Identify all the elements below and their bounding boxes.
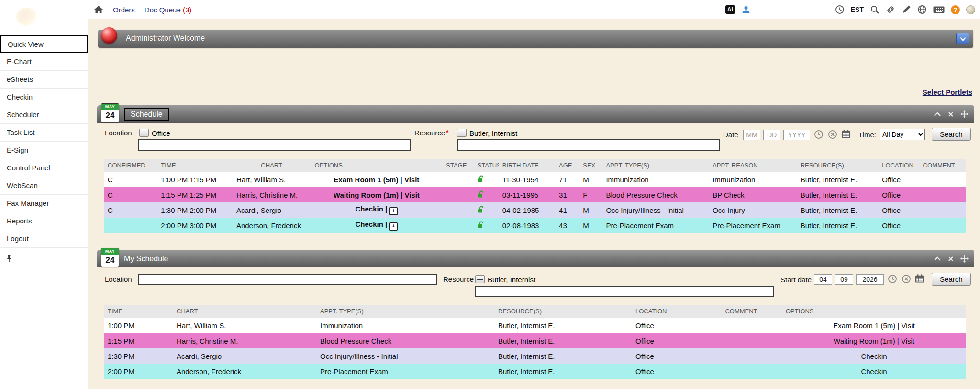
keyboard-icon[interactable]	[933, 5, 945, 14]
clear-date-icon[interactable]	[902, 274, 911, 284]
sidebar-item[interactable]: Logout	[0, 230, 88, 248]
sidebar-item[interactable]: WebScan	[0, 177, 88, 195]
calendar-picker-icon[interactable]	[841, 129, 851, 139]
options-link[interactable]: Exam Room 1 (5m) | Visit	[334, 176, 419, 184]
options-cell[interactable]: Checkin |+	[311, 202, 442, 218]
start-day-input[interactable]	[835, 274, 853, 285]
my-schedule-search-button[interactable]: Search	[932, 273, 971, 286]
sidebar-item[interactable]: Control Panel	[0, 159, 88, 177]
column-header[interactable]: STAGE	[442, 159, 473, 172]
time-select[interactable]: All Day	[880, 129, 925, 140]
column-header[interactable]: AGE	[555, 159, 579, 172]
column-header[interactable]: SEX	[579, 159, 602, 172]
appointment-row[interactable]: 1:30 PM Acardi, Sergio Occ Injury/Illnes…	[104, 348, 966, 364]
sidebar-item[interactable]: E-Sign	[0, 142, 88, 159]
sidebar-item[interactable]: Fax Manager	[0, 195, 88, 212]
appointment-row[interactable]: 1:15 PM Harris, Christine M. Blood Press…	[104, 333, 966, 348]
options-cell[interactable]: Exam Room 1 (5m) | Visit	[782, 318, 966, 333]
select-portlets-link[interactable]: Select Portlets	[923, 88, 972, 96]
column-header[interactable]: STATUS	[474, 159, 499, 172]
column-header[interactable]: COMMENT	[919, 159, 966, 172]
resource-minus-button[interactable]: —	[475, 275, 485, 283]
orders-link[interactable]: Orders	[113, 6, 135, 14]
collapse-portlet-icon[interactable]	[934, 256, 941, 261]
clear-date-icon[interactable]	[828, 130, 837, 139]
ai-badge-icon[interactable]: AI	[725, 5, 735, 14]
pencil-icon[interactable]	[902, 5, 911, 14]
close-portlet-icon[interactable]	[948, 256, 954, 262]
column-header[interactable]: RESOURCE(S)	[797, 159, 879, 172]
column-header[interactable]: TIME	[104, 305, 173, 318]
column-header[interactable]: RESOURCE(S)	[494, 305, 632, 318]
sidebar-item[interactable]: Reports	[0, 212, 88, 230]
start-month-input[interactable]	[814, 274, 832, 285]
calendar-picker-icon[interactable]	[915, 274, 924, 283]
date-day-input[interactable]	[763, 130, 780, 140]
home-icon[interactable]	[94, 5, 103, 14]
column-header[interactable]: LOCATION	[632, 305, 701, 318]
column-header[interactable]: CHART	[233, 159, 311, 172]
chart-cell[interactable]: Harris, Christine M.	[233, 187, 311, 202]
open-window-icon[interactable]: +	[389, 207, 398, 215]
collapse-portlet-icon[interactable]	[934, 112, 941, 117]
chart-cell[interactable]: Acardi, Sergio	[233, 202, 311, 218]
column-header[interactable]: OPTIONS	[311, 159, 442, 172]
sidebar-item[interactable]: Scheduler	[0, 106, 88, 124]
options-link[interactable]: Checkin |	[356, 220, 388, 228]
chart-cell[interactable]: Anderson, Frederick	[173, 364, 316, 379]
pin-icon[interactable]	[6, 255, 12, 265]
link-icon[interactable]	[886, 5, 895, 14]
schedule-search-button[interactable]: Search	[932, 128, 971, 141]
resource-input[interactable]	[457, 139, 720, 151]
options-link[interactable]: Checkin |	[356, 205, 388, 213]
chart-cell[interactable]: Hart, William S.	[233, 172, 311, 187]
options-cell[interactable]: Waiting Room (1m) | Visit+	[311, 187, 442, 202]
open-window-icon[interactable]: +	[389, 222, 398, 231]
doc-queue-link[interactable]: Doc Queue (3)	[145, 6, 191, 14]
chart-cell[interactable]: Acardi, Sergio	[173, 348, 316, 364]
start-year-input[interactable]	[856, 274, 884, 285]
presence-icon[interactable]	[966, 5, 975, 14]
location-input[interactable]	[138, 139, 411, 151]
column-header[interactable]: COMMENT	[701, 305, 782, 318]
location-input[interactable]	[138, 274, 437, 285]
appointment-row[interactable]: C 1:30 PM 2:00 PM Acardi, Sergio Checkin…	[104, 202, 966, 218]
close-portlet-icon[interactable]	[948, 111, 954, 117]
sidebar-item[interactable]: Task List	[0, 124, 88, 142]
column-header[interactable]: BIRTH DATE	[499, 159, 555, 172]
chart-cell[interactable]: Anderson, Frederick	[233, 218, 311, 233]
move-portlet-icon[interactable]	[960, 110, 969, 118]
resource-input[interactable]	[475, 286, 774, 297]
column-header[interactable]: APPT. TYPE(S)	[602, 159, 709, 172]
options-cell[interactable]: Checkin	[782, 364, 966, 379]
options-cell[interactable]: Waiting Room (1m) | Visit	[782, 333, 966, 348]
clock-icon[interactable]	[835, 5, 845, 14]
move-portlet-icon[interactable]	[960, 255, 969, 263]
search-icon[interactable]	[870, 5, 880, 14]
column-header[interactable]: LOCATION	[878, 159, 919, 172]
location-minus-button[interactable]: —	[139, 129, 149, 137]
column-header[interactable]: APPT. REASON	[709, 159, 797, 172]
resource-minus-button[interactable]: —	[457, 129, 467, 137]
column-header[interactable]: APPT. TYPE(S)	[316, 305, 494, 318]
user-icon[interactable]	[741, 5, 751, 14]
appointment-row[interactable]: 2:00 PM 3:00 PM Anderson, Frederick Chec…	[104, 218, 966, 233]
options-cell[interactable]: Checkin	[782, 348, 966, 364]
sidebar-item[interactable]: E-Chart	[0, 53, 88, 71]
date-year-input[interactable]	[783, 130, 810, 140]
column-header[interactable]: CHART	[173, 305, 316, 318]
options-cell[interactable]: Exam Room 1 (5m) | Visit+	[311, 172, 442, 187]
time-clock-icon[interactable]	[888, 274, 897, 284]
options-link[interactable]: Waiting Room (1m) | Visit	[334, 191, 420, 199]
chart-cell[interactable]: Hart, William S.	[173, 318, 316, 333]
appointment-row[interactable]: 2:00 PM Anderson, Frederick Pre-Placemen…	[104, 364, 966, 379]
date-month-input[interactable]	[743, 130, 760, 140]
options-cell[interactable]: Checkin |+	[311, 218, 442, 233]
appointment-row[interactable]: C 1:00 PM 1:15 PM Hart, William S. Exam …	[104, 172, 966, 187]
chart-cell[interactable]: Harris, Christine M.	[173, 333, 316, 348]
time-clock-icon[interactable]	[814, 130, 824, 139]
appointment-row[interactable]: C 1:15 PM 1:25 PM Harris, Christine M. W…	[104, 187, 966, 202]
help-icon[interactable]: ?	[951, 5, 960, 14]
sidebar-item[interactable]: Quick View	[0, 35, 88, 53]
column-header[interactable]: OPTIONS	[782, 305, 966, 318]
